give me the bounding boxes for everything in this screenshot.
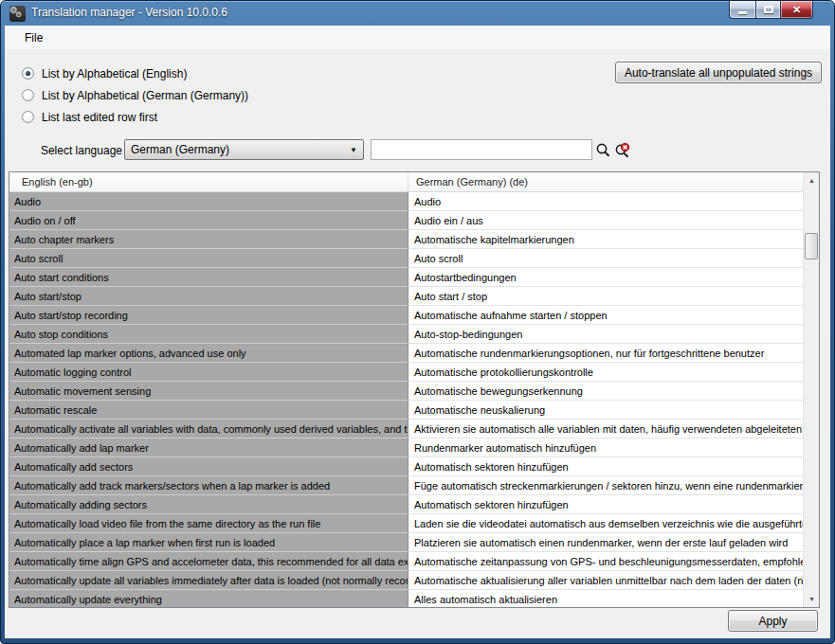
table-row: Automatically load video file from the s…	[9, 514, 803, 533]
table-row: Automatically place a lap marker when fi…	[9, 533, 803, 552]
triangle-up-icon: ▲	[808, 177, 815, 184]
titlebar[interactable]: ⚙ ⚙ Translation manager - Version 10.0.0…	[1, 1, 834, 26]
table-cell-german[interactable]: Automatische neuskalierung	[408, 401, 803, 420]
table-row: Automatically add sectors Automatisch se…	[9, 457, 803, 476]
table-row: Automatically add track markers/sectors …	[9, 476, 803, 495]
table-cell-english[interactable]: Auto start/stop recording	[9, 306, 408, 325]
table-row: Automatically time align GPS and accelom…	[9, 552, 803, 571]
radio-option-alphabetical-english[interactable]: List by Alphabetical (English)	[22, 66, 187, 80]
table-row: Automatically adding sectors Automatisch…	[9, 495, 803, 514]
table-cell-english[interactable]: Automatically place a lap marker when fi…	[9, 533, 408, 552]
gears-icon: ⚙ ⚙	[9, 6, 26, 22]
maximize-button[interactable]	[755, 1, 781, 19]
table-row: Auto start/stop Auto start / stop	[9, 287, 803, 306]
table-cell-english[interactable]: Audio	[9, 192, 408, 211]
table-row: Auto start/stop recording Automatische a…	[9, 306, 803, 325]
table-cell-english[interactable]: Automatically add track markers/sectors …	[9, 476, 408, 495]
table-cell-english[interactable]: Automatic rescale	[9, 401, 408, 420]
table-cell-german[interactable]: Platzieren sie automatisch einen rundenm…	[408, 533, 803, 552]
table-cell-german[interactable]: Auto start / stop	[408, 287, 803, 306]
maximize-icon	[764, 6, 773, 13]
clear-search-button[interactable]	[614, 142, 631, 159]
window-controls: ✕	[729, 1, 813, 19]
table-cell-english[interactable]: Automatically add lap marker	[9, 438, 408, 457]
table-row: Automatic logging control Automatische p…	[9, 363, 803, 382]
vertical-scrollbar[interactable]: ▲ ▼	[803, 172, 819, 607]
table-cell-german[interactable]: Alles automatisch aktualisieren	[408, 590, 803, 607]
table-cell-english[interactable]: Auto chapter markers	[9, 230, 408, 249]
table-row: Auto stop conditions Auto-stop-bedingung…	[9, 325, 803, 344]
window: ⚙ ⚙ Translation manager - Version 10.0.0…	[0, 0, 835, 644]
search-clear-icon	[614, 142, 631, 159]
table-cell-german[interactable]: Automatische bewegungserkennung	[408, 382, 803, 401]
table-cell-german[interactable]: Rundenmarker automatisch hinzufügen	[408, 438, 803, 457]
table-cell-german[interactable]: Automatisch sektoren hinzufügen	[408, 495, 803, 514]
table-cell-english[interactable]: Auto stop conditions	[9, 325, 408, 344]
radio-label: List by Alphabetical (English)	[42, 67, 187, 80]
table-cell-german[interactable]: Automatische zeitanpassung von GPS- und …	[408, 552, 803, 571]
menu-item-file[interactable]: File	[18, 29, 49, 46]
minimize-icon	[738, 11, 747, 14]
table-row: Automatically update all variables immed…	[9, 571, 803, 590]
table-row: Automatically activate all variables wit…	[9, 420, 803, 438]
language-select[interactable]: German (Germany) ▼	[124, 139, 364, 160]
column-header-english[interactable]: English (en-gb)	[9, 172, 408, 191]
radio-icon	[22, 67, 34, 80]
table-cell-german[interactable]: Automatische kapitelmarkierungen	[408, 230, 803, 249]
table-cell-english[interactable]: Auto start conditions	[9, 268, 408, 287]
column-header-german[interactable]: German (Germany) (de)	[408, 172, 803, 191]
radio-icon	[22, 111, 34, 123]
table-cell-german[interactable]: Automatische protokollierungskontrolle	[408, 363, 803, 382]
table-cell-english[interactable]: Automatically time align GPS and accelom…	[9, 552, 408, 571]
table-row: Auto scroll Auto scroll	[9, 249, 803, 268]
table-cell-english[interactable]: Automatically update everything	[9, 590, 408, 607]
table-cell-german[interactable]: Füge automatisch streckenmarkierungen / …	[408, 476, 803, 495]
close-button[interactable]: ✕	[781, 1, 813, 19]
table-cell-german[interactable]: Laden sie die videodatei automatisch aus…	[408, 514, 803, 533]
table-cell-german[interactable]: Auto scroll	[408, 249, 803, 268]
table-cell-english[interactable]: Auto scroll	[9, 249, 408, 268]
table-cell-english[interactable]: Automatically add sectors	[9, 457, 408, 476]
radio-option-last-edited-first[interactable]: List last edited row first	[22, 110, 157, 124]
table-cell-german[interactable]: Audio	[408, 192, 803, 211]
table-cell-german[interactable]: Auto-stop-bedingungen	[408, 325, 803, 344]
table-cell-english[interactable]: Automatically activate all variables wit…	[9, 420, 408, 438]
table-header: English (en-gb) German (Germany) (de)	[9, 172, 819, 192]
radio-option-alphabetical-german[interactable]: List by Alphabetical (German (Germany))	[22, 88, 248, 102]
table-cell-german[interactable]: Audio ein / aus	[408, 211, 803, 230]
table-row: Automatically add lap marker Rundenmarke…	[9, 438, 803, 457]
apply-button[interactable]: Apply	[728, 610, 818, 632]
scroll-up-button[interactable]: ▲	[804, 172, 820, 188]
table-cell-german[interactable]: Automatische aktualisierung aller variab…	[408, 571, 803, 590]
table-cell-english[interactable]: Automatically update all variables immed…	[9, 571, 408, 590]
table-cell-english[interactable]: Automatic movement sensing	[9, 382, 408, 401]
table-cell-english[interactable]: Automated lap marker options, advanced u…	[9, 344, 408, 363]
client-area: File List by Alphabetical (English) List…	[5, 26, 830, 638]
scroll-down-button[interactable]: ▼	[804, 591, 820, 607]
scrollbar-thumb[interactable]	[805, 233, 818, 259]
table-cell-english[interactable]: Audio on / off	[9, 211, 408, 230]
table-cell-english[interactable]: Auto start/stop	[9, 287, 408, 306]
auto-translate-button[interactable]: Auto-translate all unpopulated strings	[615, 62, 822, 83]
window-title: Translation manager - Version 10.0.0.6	[31, 6, 227, 19]
triangle-down-icon: ▼	[808, 596, 815, 602]
translations-table: English (en-gb) German (Germany) (de) Au…	[9, 171, 820, 608]
search-input[interactable]	[371, 139, 592, 160]
table-cell-english[interactable]: Automatic logging control	[9, 363, 408, 382]
chevron-down-icon: ▼	[350, 146, 357, 154]
table-cell-german[interactable]: Automatisch sektoren hinzufügen	[408, 457, 803, 476]
table-cell-german[interactable]: Automatische aufnahme starten / stoppen	[408, 306, 803, 325]
menubar: File	[5, 26, 830, 49]
table-cell-english[interactable]: Automatically load video file from the s…	[9, 514, 408, 533]
search-button[interactable]	[594, 142, 611, 159]
table-row: Audio Audio	[9, 192, 803, 211]
table-cell-german[interactable]: Aktivieren sie automatisch alle variable…	[408, 420, 803, 438]
table-cell-german[interactable]: Automatische rundenmarkierungsoptionen, …	[408, 344, 803, 363]
table-cell-german[interactable]: Autostartbedingungen	[408, 268, 803, 287]
table-row: Audio on / off Audio ein / aus	[9, 211, 803, 230]
select-language-label: Select language	[37, 144, 122, 157]
radio-icon	[22, 89, 34, 101]
radio-label: List by Alphabetical (German (Germany))	[42, 89, 248, 102]
table-cell-english[interactable]: Automatically adding sectors	[9, 495, 408, 514]
minimize-button[interactable]	[729, 1, 755, 19]
